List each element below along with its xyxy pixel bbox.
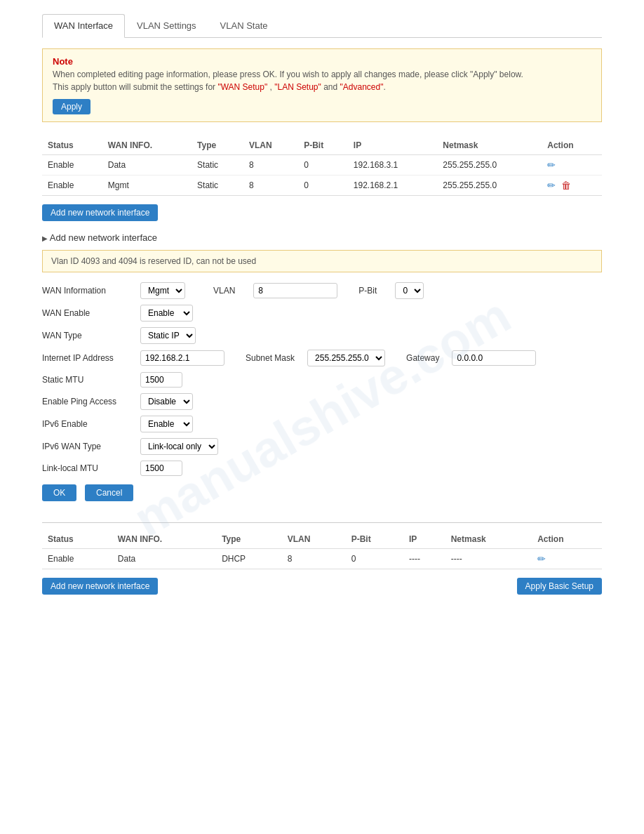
ipv6-enable-label: IPv6 Enable [42, 419, 140, 429]
internet-ip-input[interactable] [140, 350, 224, 366]
form-row-link-local-mtu: Link-local MTU [42, 461, 602, 476]
gateway-input[interactable] [452, 350, 536, 366]
col-pbit-1: P-Bit [298, 136, 348, 155]
ok-button[interactable]: OK [42, 484, 76, 501]
note-link-wan-setup[interactable]: "WAN Setup" [217, 82, 267, 92]
row-b1-status: Enable [42, 549, 112, 569]
col2-netmask: Netmask [445, 530, 532, 549]
static-mtu-input[interactable] [140, 372, 182, 388]
apply-basic-setup-button[interactable]: Apply Basic Setup [517, 578, 602, 595]
form-row-wan-type: WAN Type Static IP DHCP PPPoE [42, 327, 602, 344]
link-local-mtu-label: Link-local MTU [42, 463, 140, 473]
col2-wan-info: WAN INFO. [112, 530, 216, 549]
row1-wan-info: Data [102, 155, 192, 176]
note-link-lan-setup[interactable]: "LAN Setup" [274, 82, 321, 92]
wan-type-label: WAN Type [42, 331, 140, 340]
note-line2: This apply button will submit the settin… [53, 82, 591, 92]
row-b1-vlan: 8 [282, 549, 346, 569]
row2-netmask: 255.255.255.0 [437, 176, 542, 196]
row2-vlan: 8 [243, 176, 298, 196]
row2-action: ✏ 🗑 [542, 176, 602, 196]
network-interface-form: WAN Information Mgmt Data VLAN P-Bit 0 1… [42, 282, 602, 501]
col2-pbit: P-Bit [346, 530, 403, 549]
warn-box: Vlan ID 4093 and 4094 is reserved ID, ca… [42, 250, 602, 272]
edit-icon-2[interactable]: ✏ [547, 180, 556, 191]
bottom-section: Status WAN INFO. Type VLAN P-Bit IP Netm… [42, 522, 602, 595]
wan-enable-select[interactable]: Enable Disable [140, 305, 193, 322]
row1-action: ✏ [542, 155, 602, 176]
enable-ping-select[interactable]: Disable Enable [140, 393, 193, 410]
table-row: Enable Data Static 8 0 192.168.3.1 255.2… [42, 155, 602, 176]
vlan-label: VLAN [213, 286, 235, 296]
note-link-advanced[interactable]: "Advanced" [340, 82, 384, 92]
row2-wan-info: Mgmt [102, 176, 192, 196]
add-network-interface-button-bottom[interactable]: Add new network interface [42, 578, 158, 595]
tab-bar: WAN Interface VLAN Settings VLAN State [42, 14, 602, 38]
wan-type-select[interactable]: Static IP DHCP PPPoE [140, 327, 196, 344]
section-header: Add new network interface [42, 232, 602, 243]
form-row-ip: Internet IP Address Subnet Mask 255.255.… [42, 350, 602, 366]
vlan-input[interactable] [253, 283, 337, 298]
subnet-mask-select[interactable]: 255.255.255.0 255.255.0.0 255.0.0.0 [307, 350, 385, 366]
col2-status: Status [42, 530, 112, 549]
row-b1-type: DHCP [216, 549, 282, 569]
pbit-select[interactable]: 0 1 2 3 4 5 6 7 [395, 282, 424, 299]
wan-enable-label: WAN Enable [42, 308, 140, 318]
row2-type: Static [192, 176, 243, 196]
link-local-mtu-input[interactable] [140, 461, 182, 476]
cancel-button[interactable]: Cancel [85, 484, 133, 501]
ipv6-wan-type-label: IPv6 WAN Type [42, 442, 140, 451]
col-vlan-1: VLAN [243, 136, 298, 155]
note-box: Note When completed editing page informa… [42, 48, 602, 122]
subnet-mask-label: Subnet Mask [246, 353, 295, 363]
internet-ip-label: Internet IP Address [42, 353, 140, 363]
form-row-static-mtu: Static MTU [42, 372, 602, 388]
tab-wan-interface[interactable]: WAN Interface [42, 14, 125, 38]
static-mtu-label: Static MTU [42, 375, 140, 385]
row1-netmask: 255.255.255.0 [437, 155, 542, 176]
col2-action: Action [532, 530, 602, 549]
col-type-1: Type [192, 136, 243, 155]
table-row: Enable Mgmt Static 8 0 192.168.2.1 255.2… [42, 176, 602, 196]
note-line1: When completed editing page information,… [53, 70, 591, 79]
form-actions: OK Cancel [42, 484, 602, 501]
ipv6-wan-type-select[interactable]: Link-local only DHCPv6 Static IPv6 [140, 438, 218, 455]
delete-icon-2[interactable]: 🗑 [561, 180, 571, 191]
col-wan-info-1: WAN INFO. [102, 136, 192, 155]
tab-vlan-settings[interactable]: VLAN Settings [125, 14, 208, 37]
wan-info-fields: Mgmt Data VLAN P-Bit 0 1 2 3 4 5 6 7 [140, 282, 424, 299]
col-action-1: Action [542, 136, 602, 155]
row-b1-pbit: 0 [346, 549, 403, 569]
add-network-interface-button-top[interactable]: Add new network interface [42, 204, 158, 221]
apply-button[interactable]: Apply [53, 99, 90, 114]
row2-pbit: 0 [298, 176, 348, 196]
col-status-1: Status [42, 136, 102, 155]
row1-ip: 192.168.3.1 [348, 155, 438, 176]
gateway-label: Gateway [406, 353, 439, 363]
enable-ping-label: Enable Ping Access [42, 397, 140, 406]
wan-info-select[interactable]: Mgmt Data [140, 282, 185, 299]
note-title: Note [53, 56, 591, 67]
col2-ip: IP [403, 530, 445, 549]
row1-status: Enable [42, 155, 102, 176]
wan-table-2: Status WAN INFO. Type VLAN P-Bit IP Netm… [42, 530, 602, 569]
col-netmask-1: Netmask [437, 136, 542, 155]
tab-vlan-state[interactable]: VLAN State [208, 14, 280, 37]
row2-ip: 192.168.2.1 [348, 176, 438, 196]
form-row-ping: Enable Ping Access Disable Enable [42, 393, 602, 410]
col-ip-1: IP [348, 136, 438, 155]
row-b1-wan-info: Data [112, 549, 216, 569]
edit-icon-b1[interactable]: ✏ [537, 553, 546, 564]
row1-vlan: 8 [243, 155, 298, 176]
col2-vlan: VLAN [282, 530, 346, 549]
row1-pbit: 0 [298, 155, 348, 176]
ipv6-enable-select[interactable]: Enable Disable [140, 416, 193, 432]
wan-info-label: WAN Information [42, 286, 140, 296]
col2-type: Type [216, 530, 282, 549]
bottom-actions: Add new network interface Apply Basic Se… [42, 578, 602, 595]
row-b1-ip: ---- [403, 549, 445, 569]
form-row-ipv6-wan-type: IPv6 WAN Type Link-local only DHCPv6 Sta… [42, 438, 602, 455]
row-b1-netmask: ---- [445, 549, 532, 569]
form-row-ipv6-enable: IPv6 Enable Enable Disable [42, 416, 602, 432]
edit-icon-1[interactable]: ✏ [547, 159, 556, 171]
